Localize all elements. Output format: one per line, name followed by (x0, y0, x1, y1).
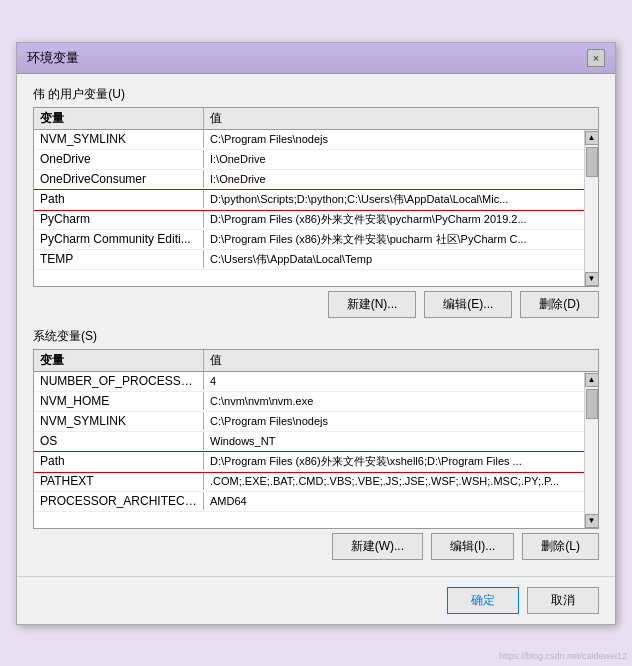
user-row-var: PyCharm (34, 210, 204, 228)
user-table-row[interactable]: OneDrive I:\OneDrive (34, 150, 584, 170)
footer-buttons: 确定 取消 (17, 576, 615, 624)
system-row-var: OS (34, 432, 204, 450)
system-variables-section: 系统变量(S) 变量 值 NUMBER_OF_PROCESSORS 4 NVM_… (33, 328, 599, 560)
system-row-val: Windows_NT (204, 433, 584, 449)
system-row-val: 4 (204, 373, 584, 389)
system-header-val: 值 (204, 350, 598, 371)
system-scroll-thumb[interactable] (586, 389, 598, 419)
system-table-rows: NUMBER_OF_PROCESSORS 4 NVM_HOME C:\nvm\n… (34, 372, 584, 528)
system-table-row[interactable]: Path D:\Program Files (x86)外来文件安装\xshell… (34, 452, 584, 472)
system-edit-button[interactable]: 编辑(I)... (431, 533, 514, 560)
user-row-var: OneDriveConsumer (34, 170, 204, 188)
system-table-body-area: NUMBER_OF_PROCESSORS 4 NVM_HOME C:\nvm\n… (34, 372, 598, 528)
title-bar: 环境变量 × (17, 43, 615, 74)
system-row-val: D:\Program Files (x86)外来文件安装\xshell6;D:\… (204, 452, 584, 471)
user-scroll-up[interactable]: ▲ (585, 131, 599, 145)
user-table-row[interactable]: NVM_SYMLINK C:\Program Files\nodejs (34, 130, 584, 150)
user-header-val: 值 (204, 108, 598, 129)
user-row-val: I:\OneDrive (204, 151, 584, 167)
system-row-val: .COM;.EXE;.BAT;.CMD;.VBS;.VBE;.JS;.JSE;.… (204, 473, 584, 489)
user-table-row[interactable]: Path D:\python\Scripts;D:\python;C:\User… (34, 190, 584, 210)
user-row-var: TEMP (34, 250, 204, 268)
system-header-var: 变量 (34, 350, 204, 371)
user-row-val: C:\Program Files\nodejs (204, 131, 584, 147)
dialog-body: 伟 的用户变量(U) 变量 值 NVM_SYMLINK C:\Program F… (17, 74, 615, 572)
user-table-body-area: NVM_SYMLINK C:\Program Files\nodejs OneD… (34, 130, 598, 286)
user-table-row[interactable]: OneDriveConsumer I:\OneDrive (34, 170, 584, 190)
system-variables-table: 变量 值 NUMBER_OF_PROCESSORS 4 NVM_HOME C:\… (33, 349, 599, 529)
user-header-var: 变量 (34, 108, 204, 129)
user-table-row[interactable]: PyCharm Community Editi... D:\Program Fi… (34, 230, 584, 250)
system-table-row[interactable]: OS Windows_NT (34, 432, 584, 452)
user-delete-button[interactable]: 删除(D) (520, 291, 599, 318)
user-row-val: D:\python\Scripts;D:\python;C:\Users\伟\A… (204, 190, 584, 209)
dialog-title: 环境变量 (27, 49, 79, 67)
user-table-row[interactable]: PyCharm D:\Program Files (x86)外来文件安装\pyc… (34, 210, 584, 230)
system-buttons-row: 新建(W)... 编辑(I)... 删除(L) (33, 533, 599, 560)
system-new-button[interactable]: 新建(W)... (332, 533, 423, 560)
user-new-button[interactable]: 新建(N)... (328, 291, 417, 318)
user-row-var: PyCharm Community Editi... (34, 230, 204, 248)
system-row-val: AMD64 (204, 493, 584, 509)
user-scroll-thumb[interactable] (586, 147, 598, 177)
ok-button[interactable]: 确定 (447, 587, 519, 614)
user-row-val: C:\Users\伟\AppData\Local\Temp (204, 250, 584, 269)
user-row-var: Path (34, 190, 204, 208)
user-table-row[interactable]: TEMP C:\Users\伟\AppData\Local\Temp (34, 250, 584, 270)
system-table-row[interactable]: NUMBER_OF_PROCESSORS 4 (34, 372, 584, 392)
system-row-val: C:\Program Files\nodejs (204, 413, 584, 429)
system-delete-button[interactable]: 删除(L) (522, 533, 599, 560)
user-variables-section: 伟 的用户变量(U) 变量 值 NVM_SYMLINK C:\Program F… (33, 86, 599, 318)
system-table-row[interactable]: PATHEXT .COM;.EXE;.BAT;.CMD;.VBS;.VBE;.J… (34, 472, 584, 492)
user-table-header: 变量 值 (34, 108, 598, 130)
watermark: https://blog.csdn.net/caidewei12 (499, 651, 627, 661)
system-row-var: NVM_HOME (34, 392, 204, 410)
system-row-var: NVM_SYMLINK (34, 412, 204, 430)
system-table-row[interactable]: NVM_SYMLINK C:\Program Files\nodejs (34, 412, 584, 432)
user-section-label: 伟 的用户变量(U) (33, 86, 599, 103)
system-scroll-down[interactable]: ▼ (585, 514, 599, 528)
user-table-rows: NVM_SYMLINK C:\Program Files\nodejs OneD… (34, 130, 584, 286)
system-row-var: NUMBER_OF_PROCESSORS (34, 372, 204, 390)
user-row-var: NVM_SYMLINK (34, 130, 204, 148)
user-edit-button[interactable]: 编辑(E)... (424, 291, 512, 318)
system-row-var: PROCESSOR_ARCHITECT... (34, 492, 204, 510)
environment-variables-dialog: 环境变量 × 伟 的用户变量(U) 变量 值 NVM_SYMLINK C:\Pr… (16, 42, 616, 625)
system-scrollbar[interactable]: ▲ ▼ (584, 372, 598, 528)
system-row-var: PATHEXT (34, 472, 204, 490)
user-scrollbar[interactable]: ▲ ▼ (584, 130, 598, 286)
user-row-val: D:\Program Files (x86)外来文件安装\pycharm\PyC… (204, 210, 584, 229)
user-row-var: OneDrive (34, 150, 204, 168)
user-row-val: D:\Program Files (x86)外来文件安装\pucharm 社区\… (204, 230, 584, 249)
user-row-val: I:\OneDrive (204, 171, 584, 187)
system-table-row[interactable]: PROCESSOR_ARCHITECT... AMD64 (34, 492, 584, 512)
system-row-val: C:\nvm\nvm\nvm.exe (204, 393, 584, 409)
system-scroll-up[interactable]: ▲ (585, 373, 599, 387)
system-table-row[interactable]: NVM_HOME C:\nvm\nvm\nvm.exe (34, 392, 584, 412)
user-buttons-row: 新建(N)... 编辑(E)... 删除(D) (33, 291, 599, 318)
system-table-header: 变量 值 (34, 350, 598, 372)
system-row-var: Path (34, 452, 204, 470)
close-button[interactable]: × (587, 49, 605, 67)
cancel-button[interactable]: 取消 (527, 587, 599, 614)
user-scroll-down[interactable]: ▼ (585, 272, 599, 286)
user-variables-table: 变量 值 NVM_SYMLINK C:\Program Files\nodejs… (33, 107, 599, 287)
system-section-label: 系统变量(S) (33, 328, 599, 345)
